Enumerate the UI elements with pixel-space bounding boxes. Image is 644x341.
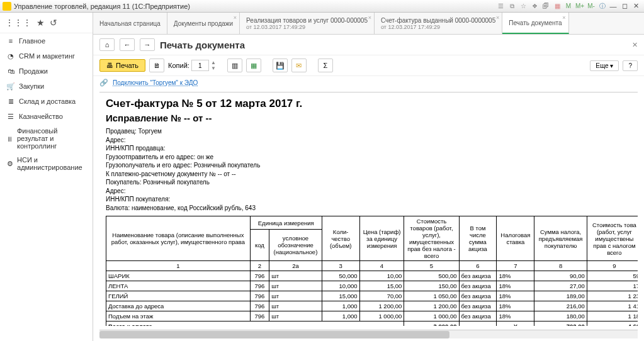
copies-label: Копий: [168, 62, 189, 69]
tool-icon[interactable]: ⧉ [507, 1, 517, 11]
sidebar-item[interactable]: ⫼Финансовый результат и контроллинг [0, 124, 93, 153]
content-area: Начальная страницаДокументы продажи×Реал… [93, 13, 644, 341]
sidebar-label: Главное [19, 37, 45, 45]
colnum-cell: 2а [269, 261, 322, 271]
printer-icon: 🖶 [106, 62, 113, 69]
cell: 500,00 [404, 271, 459, 281]
window-title: Управление торговлей, редакция 11 (1С:Пр… [14, 3, 495, 10]
col-total: Стоимость това (работ, услуг имуществены… [587, 216, 638, 261]
col-qty: Коли-чество (объем) [322, 216, 359, 261]
sidebar: ⋮⋮⋮ ★ ↺ ≡Главное◔CRM и маркетинг🛍Продажи… [0, 13, 93, 341]
sidebar-item[interactable]: ⚙НСИ и администрирование [0, 153, 93, 174]
tool-icon[interactable]: M [563, 1, 573, 11]
cell: 1 200,00 [359, 301, 404, 311]
cell: 1 41 [587, 301, 638, 311]
copies-input[interactable] [191, 60, 209, 71]
scrollbar-thumb[interactable] [99, 331, 449, 338]
tab[interactable]: Счет-фактура выданный 0000-0000005от 12.… [375, 13, 502, 34]
send-button[interactable]: ✉ [291, 59, 307, 72]
sidebar-label: CRM и маркетинг [19, 52, 75, 60]
cell: 17 [587, 281, 638, 291]
tab[interactable]: Документы продажи× [167, 13, 240, 34]
cell: 1 200,00 [404, 301, 459, 311]
document-scroll-area[interactable]: Счет-фактура № 5 от 12 марта 2017 г. Исп… [99, 92, 638, 326]
home-button[interactable]: ⌂ [99, 38, 115, 51]
tool-icon[interactable]: ☰ [495, 1, 506, 11]
cell: 18% [497, 281, 534, 291]
tab[interactable]: Начальная страница [93, 13, 167, 34]
star-icon[interactable]: ★ [37, 18, 45, 28]
col-unit: Единица измерения [250, 216, 322, 230]
print-button[interactable]: 🖶 Печать [99, 59, 145, 72]
minimize-button[interactable]: — [607, 1, 619, 11]
col-cost: Стоимость товаров (работ, услуг), имущес… [404, 216, 459, 261]
tab[interactable]: Печать документа× [502, 13, 568, 34]
colnum-row: 122а3456789 [106, 261, 638, 271]
tab-close-icon[interactable]: × [234, 14, 237, 21]
tab-close-icon[interactable]: × [368, 14, 371, 21]
help-button[interactable]: ? [623, 60, 638, 71]
apps-icon[interactable]: ⋮⋮⋮ [5, 18, 31, 28]
tab[interactable]: Реализация товаров и услуг 0000-000005от… [240, 13, 375, 34]
tab-sub: от 12.03.2017 17:49:29 [246, 24, 368, 30]
forward-button[interactable]: → [140, 38, 155, 51]
edo-link[interactable]: Подключить "Торгуем" к ЭДО [113, 79, 198, 86]
col-unit-name: условное обозначение (национальное) [269, 230, 322, 261]
cell: 18% [497, 301, 534, 311]
sidebar-label: НСИ и администрирование [17, 156, 86, 171]
close-page-icon[interactable]: ✕ [632, 41, 638, 49]
copies-control: Копий: ▲▼ [168, 60, 216, 71]
cell: 15,00 [359, 281, 404, 291]
sidebar-icon: ⚙ [6, 159, 13, 168]
horizontal-scrollbar[interactable] [99, 330, 638, 338]
sidebar-item[interactable]: ☰Казначейство [0, 109, 93, 124]
meta-line: ИНН/КПП покупателя: [106, 195, 631, 204]
meta-line: Покупатель: Розничный покупатель [106, 178, 631, 187]
colnum-cell: 1 [106, 261, 251, 271]
cell: 150,00 [404, 281, 459, 291]
tool-icon[interactable]: ☆ [518, 1, 528, 11]
tool-icon[interactable]: ⓘ [597, 1, 607, 11]
invoice-table: Наименование товара (описание выполненны… [106, 216, 638, 326]
tab-label: Начальная страница [99, 20, 161, 27]
more-button[interactable]: Еще ▾ [590, 60, 619, 71]
sidebar-icon: ≡ [6, 36, 15, 45]
grid-button[interactable]: ▦ [246, 59, 261, 72]
col-unit-code: код [250, 230, 269, 261]
save-button[interactable]: 💾 [273, 59, 288, 72]
tool-icon[interactable]: 🗐 [541, 1, 551, 11]
maximize-button[interactable]: ◻ [619, 1, 630, 11]
sidebar-item[interactable]: ≣Склад и доставка [0, 94, 93, 109]
sidebar-item[interactable]: 🛒Закупки [0, 79, 93, 94]
cell: 1 000,00 [359, 311, 404, 321]
invoice-title: Счет-фактура № 5 от 12 марта 2017 г. [106, 98, 631, 110]
history-icon[interactable]: ↺ [50, 18, 57, 28]
cell: 796 [250, 281, 269, 291]
tool-icon[interactable]: M- [586, 1, 596, 11]
sum-button[interactable]: Σ [318, 59, 333, 72]
back-button[interactable]: ← [120, 38, 135, 51]
cell: без акциза [459, 301, 497, 311]
sidebar-item[interactable]: 🛍Продажи [0, 64, 93, 79]
tab-close-icon[interactable]: × [562, 14, 565, 21]
sidebar-item[interactable]: ◔CRM и маркетинг [0, 48, 93, 64]
close-button[interactable]: ✕ [630, 1, 641, 11]
sidebar-label: Казначейство [19, 113, 63, 120]
tool-icon[interactable]: M+ [575, 1, 585, 11]
tool-icon[interactable]: ❖ [529, 1, 539, 11]
cell: 1 000,00 [404, 311, 459, 321]
cell: Х [497, 321, 534, 327]
print-label: Печать [116, 62, 138, 69]
tab-close-icon[interactable]: × [496, 14, 499, 21]
tool-icon[interactable]: ▦ [552, 1, 562, 11]
table-row: ГЕЛИЙ 796 шт 15,000 70,00 1 050,00 без а… [106, 291, 638, 301]
cell [459, 321, 497, 327]
preview-button[interactable]: 🗎 [149, 59, 164, 72]
sidebar-item[interactable]: ≡Главное [0, 33, 93, 48]
colnum-cell: 4 [359, 261, 404, 271]
cell: 702,00 [534, 321, 587, 327]
layout-button[interactable]: ▥ [227, 59, 242, 72]
meta-line: Грузоотправитель и его адрес: он же [106, 153, 631, 162]
copies-up[interactable]: ▲▼ [211, 60, 216, 71]
sidebar-label: Продажи [19, 67, 48, 75]
